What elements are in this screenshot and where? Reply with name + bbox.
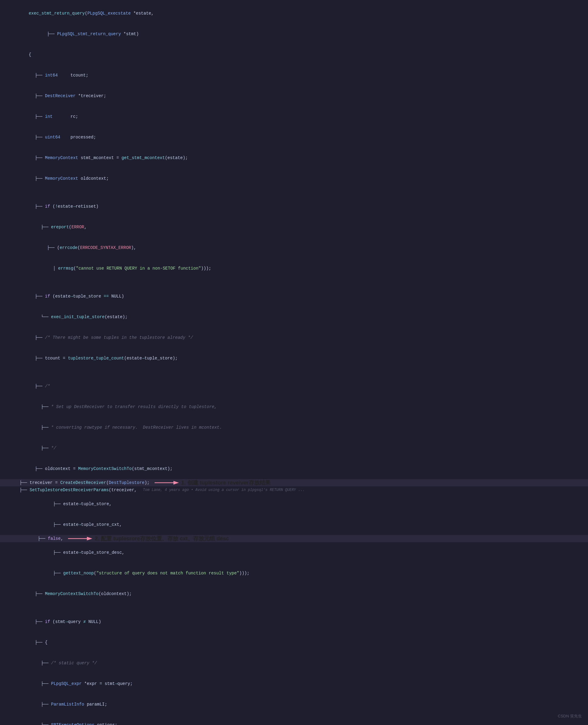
code-line-annotation-2: ├── false, 2. 配置 tuplesrore存放位置、存放 cxt、存… bbox=[0, 535, 588, 542]
code-line bbox=[0, 368, 588, 376]
code-line: ├── /* static query */ bbox=[0, 653, 588, 674]
code-line: ├── MemoryContext stmt_mcontext = get_st… bbox=[0, 148, 588, 168]
code-line: ├── ereport(ERROR, bbox=[0, 217, 588, 237]
code-line: ├── /* bbox=[0, 376, 588, 397]
code-line: ├── */ bbox=[0, 438, 588, 459]
annotation-arrow-1 bbox=[154, 480, 179, 486]
code-line: ├── SetTuplestoreDestReceiverParams(trec… bbox=[0, 486, 588, 494]
annotation-text-1: 1. 创建 tuplestore reveiver存放结果 bbox=[181, 479, 271, 486]
code-line bbox=[0, 189, 588, 196]
code-line: ├── PLpgSQL_stmt_return_query *stmt) bbox=[0, 24, 588, 44]
code-line: ├── estate→tuple_store_cxt, bbox=[0, 514, 588, 535]
code-line: │ errmsg("cannot use RETURN QUERY in a n… bbox=[0, 258, 588, 279]
code-line: exec_stmt_return_query(PLpgSQL_execstate… bbox=[0, 3, 588, 24]
code-line: ├── gettext_noop("structure of query doe… bbox=[0, 563, 588, 583]
code-line: ├── if (estate→tuple_store == NULL) bbox=[0, 286, 588, 307]
code-line: ├── /* There might be some tuples in the… bbox=[0, 327, 588, 348]
code-line: ├── tcount = tuplestore_tuple_count(esta… bbox=[0, 348, 588, 368]
code-line: ├── estate→tuple_store, bbox=[0, 494, 588, 514]
function-name: exec_stmt_return_query bbox=[28, 11, 85, 16]
code-line: ├── int rc; bbox=[0, 106, 588, 127]
code-line: ├── (errcode(ERRCODE_SYNTAX_ERROR), bbox=[0, 237, 588, 258]
code-line: ├── if (!estate→retisset) bbox=[0, 196, 588, 217]
svg-marker-1 bbox=[173, 481, 179, 485]
annotation-text-2: 2. 配置 tuplesrore存放位置、存放 cxt、存放元组 desc bbox=[95, 535, 229, 542]
code-line: ├── ParamListInfo paramLI; bbox=[0, 694, 588, 715]
watermark: CSDN 笑先生 bbox=[558, 713, 582, 719]
code-line bbox=[0, 604, 588, 612]
code-line: ├── DestReceiver *treceiver; bbox=[0, 86, 588, 106]
code-line: ├── oldcontext = MemoryContextSwitchTo(s… bbox=[0, 459, 588, 479]
code-line: ├── * converting rowtype if necessary. D… bbox=[0, 417, 588, 438]
code-line: └── exec_init_tuple_store(estate); bbox=[0, 307, 588, 327]
code-line: { bbox=[0, 44, 588, 65]
code-line: ├── MemoryContextSwitchTo(oldcontext); bbox=[0, 583, 588, 604]
code-line: ├── { bbox=[0, 632, 588, 653]
code-line-annotation-1: ├── treceiver = CreateDestReceiver(DestT… bbox=[0, 479, 588, 486]
code-line bbox=[0, 279, 588, 286]
git-blame: Tom Lane, 4 years ago • Avoid using a cu… bbox=[143, 487, 304, 493]
code-editor: exec_stmt_return_query(PLpgSQL_execstate… bbox=[0, 0, 588, 725]
code-line: ├── SPIExecuteOptions options; bbox=[0, 715, 588, 725]
code-line: ├── * Set up DestReceiver to transfer re… bbox=[0, 397, 588, 417]
code-line: ├── int64 tcount; bbox=[0, 65, 588, 86]
code-line: ├── MemoryContext oldcontext; bbox=[0, 168, 588, 189]
annotation-arrow-2 bbox=[68, 536, 92, 541]
svg-marker-3 bbox=[87, 537, 92, 540]
code-line: ├── if (stmt→query ≠ NULL) bbox=[0, 612, 588, 632]
code-line: ├── uint64 processed; bbox=[0, 127, 588, 148]
code-line: ├── PLpgSQL_expr *expr = stmt→query; bbox=[0, 674, 588, 694]
code-line: ├── estate→tuple_store_desc, bbox=[0, 542, 588, 563]
